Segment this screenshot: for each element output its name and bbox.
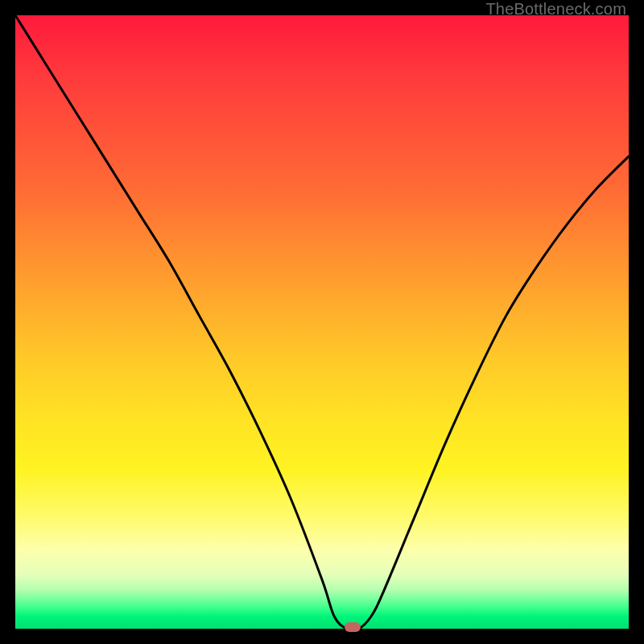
plot-area (15, 15, 629, 629)
watermark-text: TheBottleneck.com (485, 0, 626, 19)
chart-frame: TheBottleneck.com (0, 0, 644, 644)
bottleneck-curve (15, 15, 629, 629)
bottleneck-marker (345, 622, 361, 632)
